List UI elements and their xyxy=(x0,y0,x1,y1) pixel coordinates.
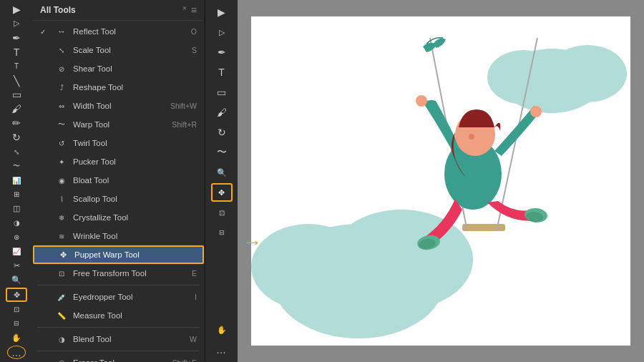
list-item[interactable]: ⬡ Eraser Tool Shift+E xyxy=(33,353,204,362)
svg-point-2 xyxy=(251,224,366,310)
tool-icon-measure: 📏 xyxy=(56,310,67,321)
symbol-tool[interactable]: ⊛ xyxy=(6,231,27,244)
puppet-warp-left[interactable]: ✥ xyxy=(6,288,27,301)
all-tools-panel: All Tools × ≡ ✓ ↔ Reflect Tool O ⤡ Scale… xyxy=(33,0,205,362)
pencil-tool[interactable]: ✏ xyxy=(6,117,27,129)
tool-list: ✓ ↔ Reflect Tool O ⤡ Scale Tool S ⊘ Shea… xyxy=(33,21,204,362)
rt-pen[interactable]: ✒ xyxy=(211,43,233,62)
svg-point-5 xyxy=(487,50,559,104)
rectangle-tool[interactable]: ▭ xyxy=(6,89,27,102)
list-item[interactable]: ✦ Pucker Tool xyxy=(33,152,204,171)
rt-warp[interactable]: 〜 xyxy=(211,143,233,162)
rt-artboard[interactable]: ⊡ xyxy=(211,203,233,222)
list-item[interactable]: ⤡ Scale Tool S xyxy=(33,41,204,59)
tool-name-scallop: Scallop Tool xyxy=(73,195,191,203)
rt-brush[interactable]: 🖌 xyxy=(211,103,233,122)
tool-name-measure: Measure Tool xyxy=(73,311,191,320)
panel-close-button[interactable]: × xyxy=(182,4,187,16)
tool-shortcut-blend: W xyxy=(190,335,197,343)
list-item[interactable]: ⊘ Shear Tool xyxy=(33,59,204,78)
tool-name-crystallize: Crystallize Tool xyxy=(73,213,191,222)
list-item[interactable]: ≋ Wrinkle Tool xyxy=(33,227,204,245)
slice-select-tool[interactable]: ⊟ xyxy=(6,318,27,331)
list-item[interactable]: 〜 Warp Tool Shift+R xyxy=(33,115,204,134)
rt-hand[interactable]: ✋ xyxy=(211,321,233,339)
tool-name-reflect: Reflect Tool xyxy=(73,27,185,36)
svg-point-17 xyxy=(530,106,542,117)
list-item[interactable]: ⤴ Reshape Tool xyxy=(33,78,204,97)
rt-zoom[interactable]: 🔍 xyxy=(211,163,233,182)
hand-tool[interactable]: ✋ xyxy=(6,331,27,344)
list-item[interactable]: ↺ Twirl Tool xyxy=(33,134,204,152)
rotate-tool[interactable]: ↻ xyxy=(6,131,27,144)
illustration-svg xyxy=(251,16,630,346)
column-graph-tool[interactable]: 📈 xyxy=(6,245,27,258)
tool-icon-free-transform: ⊡ xyxy=(56,268,67,279)
rt-puppet-warp[interactable]: ✥ xyxy=(211,183,233,202)
graph-tool[interactable]: 📊 xyxy=(6,174,27,187)
panel-title: All Tools xyxy=(40,5,76,15)
list-item[interactable]: ◉ Bloat Tool xyxy=(33,171,204,190)
tool-name-reshape: Reshape Tool xyxy=(73,83,191,92)
tool-icon-warp: 〜 xyxy=(56,119,67,130)
scale-left-tool[interactable]: ⤡ xyxy=(6,145,27,158)
line-tool[interactable]: ╲ xyxy=(6,74,27,87)
blend-left-tool[interactable]: ◑ xyxy=(6,217,27,230)
artboard-tool[interactable]: ⊡ xyxy=(6,303,27,316)
svg-point-19 xyxy=(469,134,474,140)
more-tools[interactable]: … xyxy=(7,346,26,359)
zoom-tool[interactable]: 🔍 xyxy=(6,274,27,287)
list-item[interactable]: ◑ Blend Tool W xyxy=(33,330,204,348)
divider xyxy=(37,327,200,328)
left-toolbar: ▶ ▷ ✒ T T‌ ╲ ▭ 🖌 ✏ ↻ ⤡ 〜 📊 ⊞ ◫ ◑ ⊛ 📈 ✂ 🔍… xyxy=(0,0,33,362)
tool-icon-eyedropper: 💉 xyxy=(56,291,67,303)
puppet-warp-tool-item[interactable]: ✥ Puppet Warp Tool xyxy=(33,245,204,264)
gradient-tool[interactable]: ◫ xyxy=(6,202,27,215)
list-item[interactable]: 💉 Eyedropper Tool I xyxy=(33,288,204,306)
rt-type[interactable]: T xyxy=(211,63,233,82)
touch-type-tool[interactable]: T‌ xyxy=(6,60,27,73)
panel-menu-button[interactable]: ≡ xyxy=(191,4,197,16)
list-item[interactable]: 📏 Measure Tool xyxy=(33,306,204,325)
warp-left-tool[interactable]: 〜 xyxy=(6,160,27,172)
tool-icon-shear: ⊘ xyxy=(56,63,67,74)
tool-name-width: Width Tool xyxy=(73,102,165,110)
rt-slices[interactable]: ⊟ xyxy=(211,223,233,242)
list-item[interactable]: ⇔ Width Tool Shift+W xyxy=(33,97,204,115)
list-item[interactable]: ❄ Crystallize Tool xyxy=(33,208,204,227)
divider xyxy=(37,285,200,285)
tool-name-puppet-warp: Puppet Warp Tool xyxy=(74,250,190,259)
canvas-area: → xyxy=(238,0,644,362)
rt-rotate[interactable]: ↻ xyxy=(211,123,233,142)
tool-icon-bloat: ◉ xyxy=(56,175,67,186)
list-item[interactable]: ✓ ↔ Reflect Tool O xyxy=(33,22,204,41)
list-item[interactable]: ⌇ Scallop Tool xyxy=(33,190,204,208)
pen-tool[interactable]: ✒ xyxy=(6,31,27,44)
tool-shortcut-width: Shift+W xyxy=(170,102,197,110)
rt-direct[interactable]: ▷ xyxy=(211,23,233,41)
tool-icon-pucker: ✦ xyxy=(56,156,67,167)
slice-tool[interactable]: ✂ xyxy=(6,260,27,273)
rt-selection[interactable]: ▶ xyxy=(211,3,233,21)
rt-more[interactable]: … xyxy=(211,341,233,359)
tool-icon-twirl: ↺ xyxy=(56,137,67,149)
arrow-indicator: → xyxy=(243,231,262,253)
direct-selection-tool[interactable]: ▷ xyxy=(6,17,27,30)
canvas-white xyxy=(251,16,630,346)
tool-icon-crystallize: ❄ xyxy=(56,212,67,223)
paintbrush-tool[interactable]: 🖌 xyxy=(6,102,27,115)
rt-rect[interactable]: ▭ xyxy=(211,83,233,102)
tool-name-warp: Warp Tool xyxy=(73,120,166,129)
list-item[interactable]: ⊡ Free Transform Tool E xyxy=(33,264,204,283)
checked-icon: ✓ xyxy=(40,28,50,36)
tool-name-free-transform: Free Transform Tool xyxy=(73,269,186,278)
tool-icon-scale: ⤡ xyxy=(56,44,67,56)
type-tool[interactable]: T xyxy=(6,46,27,59)
mesh-tool[interactable]: ⊞ xyxy=(6,188,27,201)
tool-icon-wrinkle: ≋ xyxy=(56,230,67,242)
tool-icon-reflect: ↔ xyxy=(56,26,67,37)
divider xyxy=(37,351,200,351)
tool-icon-eraser: ⬡ xyxy=(56,357,67,362)
selection-tool[interactable]: ▶ xyxy=(6,3,27,16)
tool-icon-width: ⇔ xyxy=(56,100,67,112)
